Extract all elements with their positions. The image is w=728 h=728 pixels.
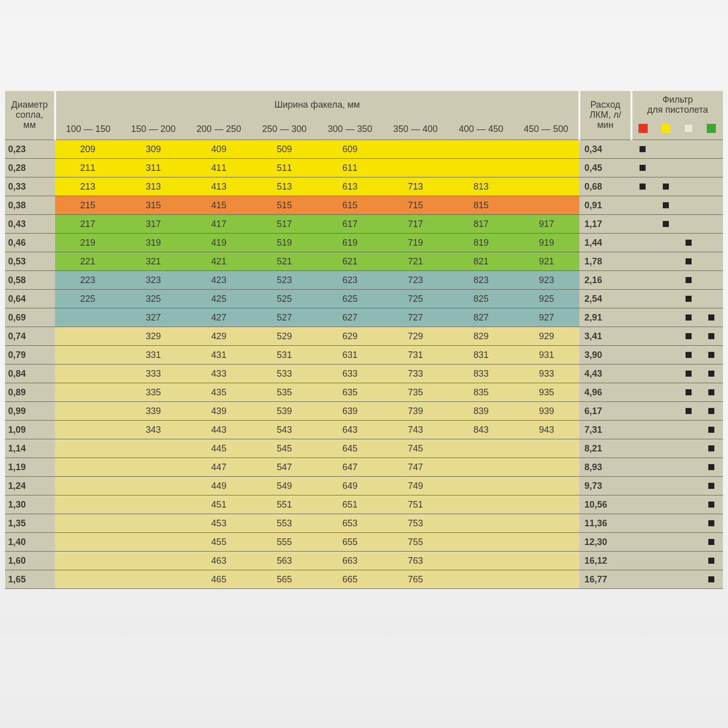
cell-flow: 2,91 <box>579 308 631 327</box>
cell-value: 433 <box>186 365 252 383</box>
nozzle-table-container: Диаметр сопла, мм Ширина факела, мм Расх… <box>0 91 728 637</box>
cell-filter <box>654 402 677 421</box>
cell-filter <box>700 552 723 570</box>
cell-value <box>514 177 579 196</box>
cell-value <box>448 140 514 159</box>
cell-value: 555 <box>252 533 317 552</box>
cell-value: 629 <box>317 327 383 346</box>
cell-value: 647 <box>317 458 383 477</box>
table-body: 0,232093094095096090,340,282113114115116… <box>5 140 723 589</box>
filter-mark-icon <box>686 240 692 246</box>
cell-filter <box>677 290 700 308</box>
cell-filter <box>631 570 654 589</box>
cell-value: 221 <box>55 252 121 271</box>
header-width-title: Ширина факела, мм <box>55 91 579 119</box>
filter-mark-icon <box>708 576 714 582</box>
cell-value: 223 <box>55 271 121 290</box>
cell-flow: 2,54 <box>579 290 631 308</box>
cell-value <box>55 365 121 383</box>
cell-value: 435 <box>186 383 252 402</box>
filter-mark-icon <box>663 202 669 208</box>
cell-value: 213 <box>55 177 121 196</box>
cell-value: 209 <box>55 140 121 159</box>
cell-value <box>383 140 448 159</box>
cell-value: 553 <box>252 514 317 533</box>
cell-filter <box>654 290 677 308</box>
cell-value: 549 <box>252 477 317 495</box>
cell-value: 935 <box>514 383 579 402</box>
cell-value: 311 <box>120 159 186 177</box>
filter-mark-icon <box>663 184 669 190</box>
cell-filter <box>700 570 723 589</box>
cell-filter <box>654 234 677 252</box>
cell-value: 325 <box>120 290 186 308</box>
cell-filter <box>700 383 723 402</box>
filter-mark-icon <box>708 445 714 451</box>
cell-value: 765 <box>383 570 448 589</box>
cell-value: 321 <box>120 252 186 271</box>
cell-value: 463 <box>186 552 252 570</box>
cell-value <box>448 552 514 570</box>
cell-filter <box>654 570 677 589</box>
cell-value <box>120 552 186 570</box>
cell-value: 521 <box>252 252 317 271</box>
cell-value: 747 <box>383 458 448 477</box>
cell-filter <box>654 383 677 402</box>
cell-value: 417 <box>186 215 252 234</box>
cell-value <box>120 514 186 533</box>
cell-value: 819 <box>448 234 514 252</box>
cell-value: 631 <box>317 346 383 365</box>
cell-diameter: 1,24 <box>5 477 55 495</box>
cell-diameter: 0,33 <box>5 177 55 196</box>
cell-filter <box>677 570 700 589</box>
cell-value: 443 <box>186 421 252 439</box>
cell-diameter: 1,09 <box>5 421 55 439</box>
cell-value: 513 <box>252 177 317 196</box>
cell-flow: 6,17 <box>579 402 631 421</box>
table-row: 0,843334335336337338339334,43 <box>5 365 723 383</box>
cell-filter <box>677 308 700 327</box>
header-width-col: 100 — 150 <box>55 119 121 140</box>
cell-value: 225 <box>55 290 121 308</box>
cell-value: 719 <box>383 234 448 252</box>
cell-value: 451 <box>186 495 252 514</box>
cell-filter <box>677 514 700 533</box>
cell-value: 329 <box>120 327 186 346</box>
cell-value: 739 <box>383 402 448 421</box>
cell-filter <box>631 552 654 570</box>
cell-value: 827 <box>448 308 514 327</box>
filter-mark-icon <box>708 314 714 321</box>
cell-value <box>55 514 121 533</box>
cell-value <box>55 308 121 327</box>
cell-diameter: 0,64 <box>5 290 55 308</box>
cell-filter <box>677 365 700 383</box>
cell-value: 333 <box>120 365 186 383</box>
cell-flow: 1,17 <box>579 215 631 234</box>
cell-filter <box>677 159 700 177</box>
table-row: 0,462193194195196197198199191,44 <box>5 234 723 252</box>
header-width-col: 250 — 300 <box>252 119 317 140</box>
cell-value: 445 <box>186 439 252 458</box>
cell-flow: 8,93 <box>579 458 631 477</box>
filter-mark-icon <box>708 539 714 545</box>
cell-value: 655 <box>317 533 383 552</box>
filter-mark-icon <box>708 427 714 433</box>
cell-value: 917 <box>514 215 579 234</box>
filter-mark-icon <box>708 502 714 508</box>
cell-flow: 16,12 <box>579 552 631 570</box>
cell-value <box>514 514 579 533</box>
cell-value: 563 <box>252 552 317 570</box>
cell-value: 925 <box>514 290 579 308</box>
cell-value <box>55 383 121 402</box>
cell-filter <box>700 215 723 234</box>
cell-diameter: 0,99 <box>5 402 55 421</box>
table-row: 0,893354355356357358359354,96 <box>5 383 723 402</box>
cell-value: 619 <box>317 234 383 252</box>
cell-value: 649 <box>317 477 383 495</box>
cell-filter <box>700 439 723 458</box>
cell-value: 323 <box>120 271 186 290</box>
cell-value: 727 <box>383 308 448 327</box>
cell-filter <box>631 308 654 327</box>
cell-value: 539 <box>252 402 317 421</box>
cell-value: 615 <box>317 196 383 215</box>
